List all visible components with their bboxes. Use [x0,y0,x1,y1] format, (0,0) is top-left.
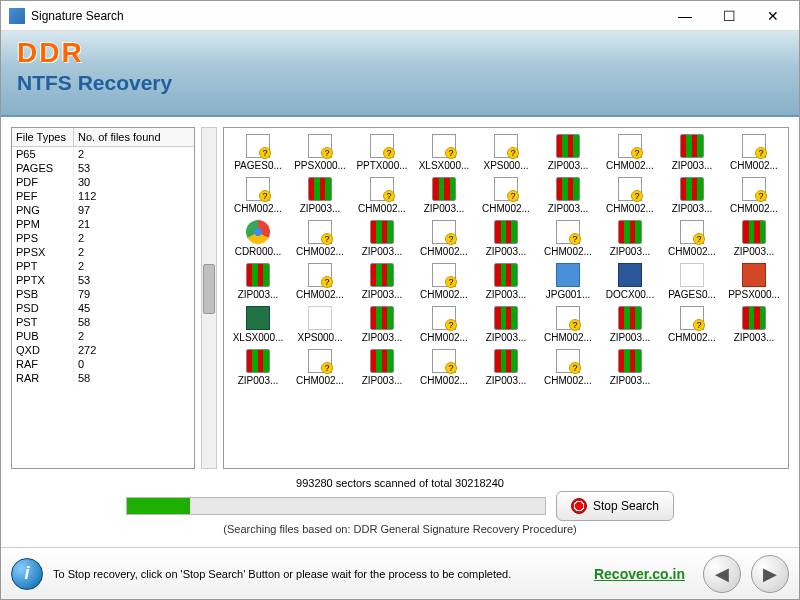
table-body[interactable]: P652PAGES53PDF30PEF112PNG97PPM21PPS2PPSX… [12,147,194,468]
file-item[interactable]: CHM002... [414,304,474,345]
file-item[interactable]: ZIP003... [352,218,412,259]
file-item[interactable]: PAGES0... [662,261,722,302]
file-item[interactable]: CHM002... [414,261,474,302]
zip-icon [370,349,394,373]
table-row[interactable]: P652 [12,147,194,161]
file-item[interactable]: XPS000... [290,304,350,345]
cell-type: PEF [12,189,74,203]
file-item[interactable]: CHM002... [538,304,598,345]
table-row[interactable]: PST58 [12,315,194,329]
file-item[interactable]: ZIP003... [476,304,536,345]
file-item[interactable]: CHM002... [476,175,536,216]
table-row[interactable]: PPS2 [12,231,194,245]
table-row[interactable]: RAF0 [12,357,194,371]
forward-button[interactable]: ▶ [751,555,789,593]
file-item[interactable]: ZIP003... [724,218,784,259]
file-item[interactable]: CHM002... [662,304,722,345]
ppsx-icon [742,263,766,287]
file-item[interactable]: CHM002... [600,132,660,173]
doc-icon [432,220,456,244]
col-count[interactable]: No. of files found [74,128,194,146]
file-item[interactable]: CHM002... [538,218,598,259]
file-item[interactable]: CHM002... [290,347,350,388]
cell-count: 2 [74,231,194,245]
file-item[interactable]: ZIP003... [538,175,598,216]
file-label: CHM002... [420,332,468,343]
file-item[interactable]: ZIP003... [414,175,474,216]
file-item[interactable]: ZIP003... [476,218,536,259]
maximize-button[interactable]: ☐ [711,4,747,28]
table-row[interactable]: PUB2 [12,329,194,343]
file-item[interactable]: ZIP003... [600,347,660,388]
file-item[interactable]: PAGES0... [228,132,288,173]
logo-text: DDR [17,37,783,69]
file-item[interactable]: ZIP003... [662,132,722,173]
table-row[interactable]: PAGES53 [12,161,194,175]
file-item[interactable]: CHM002... [414,218,474,259]
file-item[interactable]: CHM002... [724,175,784,216]
file-item[interactable]: ZIP003... [600,304,660,345]
app-window: Signature Search — ☐ ✕ DDR NTFS Recovery… [0,0,800,600]
file-item[interactable]: CHM002... [228,175,288,216]
table-row[interactable]: PPSX2 [12,245,194,259]
file-item[interactable]: CHM002... [600,175,660,216]
file-item[interactable]: ZIP003... [476,261,536,302]
file-item[interactable]: CHM002... [538,347,598,388]
table-row[interactable]: RAR58 [12,371,194,385]
col-filetypes[interactable]: File Types [12,128,74,146]
file-label: CHM002... [482,203,530,214]
file-item[interactable]: CHM002... [662,218,722,259]
doc-icon [556,306,580,330]
file-item[interactable]: ZIP003... [724,304,784,345]
file-item[interactable]: XLSX000... [228,304,288,345]
table-row[interactable]: PDF30 [12,175,194,189]
file-item[interactable]: ZIP003... [228,261,288,302]
file-item[interactable]: CHM002... [724,132,784,173]
file-item[interactable]: CDR000... [228,218,288,259]
file-item[interactable]: ZIP003... [600,218,660,259]
file-item[interactable]: PPTX000... [352,132,412,173]
file-item[interactable]: DOCX00... [600,261,660,302]
table-row[interactable]: PPTX53 [12,273,194,287]
file-item[interactable]: ZIP003... [662,175,722,216]
back-button[interactable]: ◀ [703,555,741,593]
left-scrollbar[interactable] [201,127,217,469]
cell-count: 112 [74,189,194,203]
table-row[interactable]: QXD272 [12,343,194,357]
file-item[interactable]: ZIP003... [538,132,598,173]
table-row[interactable]: PPM21 [12,217,194,231]
file-label: ZIP003... [362,332,403,343]
file-item[interactable]: CHM002... [414,347,474,388]
scrollbar-thumb[interactable] [203,264,215,314]
file-item[interactable]: ZIP003... [476,347,536,388]
file-label: ZIP003... [610,375,651,386]
close-button[interactable]: ✕ [755,4,791,28]
file-item[interactable]: JPG001... [538,261,598,302]
file-item[interactable]: ZIP003... [352,261,412,302]
table-row[interactable]: PNG97 [12,203,194,217]
table-row[interactable]: PEF112 [12,189,194,203]
file-item[interactable]: ZIP003... [352,304,412,345]
zip-icon [556,134,580,158]
table-row[interactable]: PSB79 [12,287,194,301]
doc-icon [308,349,332,373]
file-item[interactable]: XPS000... [476,132,536,173]
file-results-pane[interactable]: PAGES0...PPSX000...PPTX000...XLSX000...X… [223,127,789,469]
file-item[interactable]: PPSX000... [724,261,784,302]
file-item[interactable]: CHM002... [290,218,350,259]
file-label: ZIP003... [238,289,279,300]
file-item[interactable]: ZIP003... [290,175,350,216]
file-item[interactable]: CHM002... [352,175,412,216]
file-label: PAGES0... [668,289,716,300]
file-label: XLSX000... [419,160,470,171]
file-item[interactable]: CHM002... [290,261,350,302]
file-item[interactable]: XLSX000... [414,132,474,173]
table-row[interactable]: PPT2 [12,259,194,273]
file-item[interactable]: ZIP003... [228,347,288,388]
stop-search-button[interactable]: Stop Search [556,491,674,521]
file-item[interactable]: ZIP003... [352,347,412,388]
recover-link[interactable]: Recover.co.in [594,566,685,582]
file-item[interactable]: PPSX000... [290,132,350,173]
minimize-button[interactable]: — [667,4,703,28]
table-row[interactable]: PSD45 [12,301,194,315]
